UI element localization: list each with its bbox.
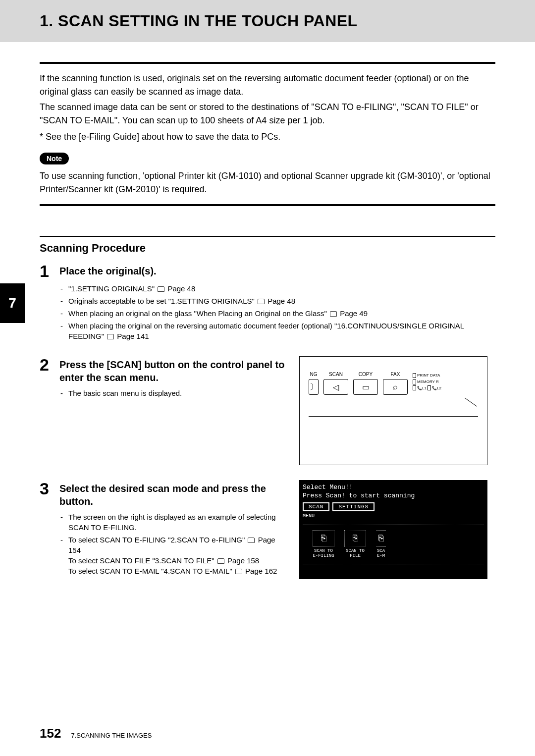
panel-diag-line (456, 398, 477, 419)
step-1-b2: Originals acceptable to be set "1.SETTIN… (60, 296, 495, 306)
panel-btn-copy: ▭ (353, 379, 378, 395)
page-number: 152 (40, 726, 61, 741)
step-3-left: 3 Select the desired scan mode and press… (40, 480, 287, 591)
file-label: SCAN TOFILE (346, 549, 365, 559)
step-3-bullets: The screen on the right is displayed as … (60, 512, 287, 576)
step-3-title: Select the desired scan mode and press t… (59, 480, 287, 508)
book-icon (158, 286, 164, 292)
step-2-illustration: NG 〕 SCAN ◁ COPY ▭ FAX ⌕ (299, 356, 487, 465)
control-panel-diagram: NG 〕 SCAN ◁ COPY ▭ FAX ⌕ (299, 356, 487, 465)
step-2-b1: The basic scan menu is displayed. (60, 388, 287, 398)
step-2-title: Press the [SCAN] button on the control p… (59, 356, 287, 384)
page-title: 1. SCAN SETTING IN THE TOUCH PANEL (40, 12, 535, 30)
step-1-b3: When placing an original on the glass "W… (60, 308, 495, 319)
step-1-bullets: "1.SETTING ORIGINALS" Page 48 Originals … (60, 283, 495, 341)
intro-p2: The scanned image data can be sent or st… (40, 101, 495, 127)
book-icon (258, 299, 265, 304)
section-heading: Scanning Procedure (40, 242, 495, 255)
book-icon (235, 569, 242, 574)
step-2-body: The basic scan menu is displayed. (60, 388, 287, 398)
intro-footnote: * See the [e-Filing Guide] about how to … (40, 130, 495, 144)
step-3-illustration: Select Menu!! Press Scan! to start scann… (299, 480, 487, 591)
header-band: 1. SCAN SETTING IN THE TOUCH PANEL (0, 0, 535, 42)
efiling-label: SCAN TOE-FILING (313, 549, 334, 559)
rule-top (40, 62, 495, 64)
email-icon: ⎘ (376, 530, 386, 547)
step-1-b1: "1.SETTING ORIGINALS" Page 48 (60, 283, 495, 294)
main-content: If the scanning function is used, origin… (0, 62, 535, 591)
screen-line2: Press Scan! to start scanning (303, 492, 484, 500)
panel-label-copy: COPY (359, 372, 373, 377)
panel-label-ng: NG (310, 372, 318, 377)
screen-tab-settings: SETTINGS (332, 502, 374, 511)
book-icon (107, 334, 114, 339)
step-1-num: 1 (40, 263, 59, 279)
panel-buttons: NG 〕 SCAN ◁ COPY ▭ FAX ⌕ (309, 372, 478, 395)
note-text: To use scanning function, 'optional Prin… (40, 169, 495, 196)
screen-line1: Select Menu!! (303, 484, 484, 492)
screen-opt-efiling: ⎘ SCAN TOE-FILING (313, 530, 334, 559)
section-rule (40, 236, 495, 237)
screen-options: ⎘ SCAN TOE-FILING ⎘ SCAN TOFILE ⎘ SCAE-M (303, 525, 484, 564)
panel-label-fax: FAX (391, 372, 400, 377)
screen-opt-file: ⎘ SCAN TOFILE (344, 530, 366, 559)
panel-btn-ng: 〕 (309, 379, 319, 395)
book-icon (217, 558, 224, 564)
note-badge: Note (40, 153, 69, 164)
panel-divider-line (309, 416, 478, 417)
panel-btn-fax: ⌕ (383, 379, 408, 395)
panel-side-indicators: PRINT DATA MEMORY R 📞L1 📞L2 (413, 372, 441, 391)
panel-btn-scan: ◁ (323, 379, 348, 395)
step-2: 2 Press the [SCAN] button on the control… (40, 356, 287, 384)
book-icon (330, 311, 337, 317)
step-3-b1: The screen on the right is displayed as … (60, 512, 287, 533)
touch-screen-diagram: Select Menu!! Press Scan! to start scann… (299, 480, 487, 579)
step-3-num: 3 (40, 480, 59, 497)
step-1-b4: When placing the original on the reversi… (60, 321, 495, 341)
step-3-row: 3 Select the desired scan mode and press… (40, 480, 495, 591)
footer: 152 7.SCANNING THE IMAGES (40, 726, 152, 741)
step-2-num: 2 (40, 356, 59, 373)
screen-tabs: SCAN SETTINGS (303, 502, 484, 511)
step-2-bullets: The basic scan menu is displayed. (60, 388, 287, 398)
step-2-row: 2 Press the [SCAN] button on the control… (40, 356, 495, 465)
intro-p1: If the scanning function is used, origin… (40, 72, 495, 99)
panel-label-scan: SCAN (329, 372, 343, 377)
screen-menu-label: MENU (303, 513, 484, 519)
book-icon (248, 538, 255, 543)
step-3: 3 Select the desired scan mode and press… (40, 480, 287, 508)
screen-opt-email: ⎘ SCAE-M (376, 530, 386, 559)
footer-chapter: 7.SCANNING THE IMAGES (71, 732, 152, 739)
email-label: SCAE-M (377, 549, 385, 559)
step-3-b2: To select SCAN TO E-FILING "2.SCAN TO e-… (60, 535, 287, 576)
rule-after-note (40, 204, 495, 206)
efiling-icon: ⎘ (313, 530, 334, 547)
step-1-title: Place the original(s). (59, 263, 157, 277)
step-1: 1 Place the original(s). (40, 263, 495, 279)
step-3-body: The screen on the right is displayed as … (60, 512, 287, 576)
step-2-left: 2 Press the [SCAN] button on the control… (40, 356, 287, 465)
chapter-tab: 7 (0, 283, 25, 323)
file-icon: ⎘ (344, 530, 366, 547)
screen-tab-scan: SCAN (303, 502, 329, 511)
step-1-body: "1.SETTING ORIGINALS" Page 48 Originals … (60, 283, 495, 341)
